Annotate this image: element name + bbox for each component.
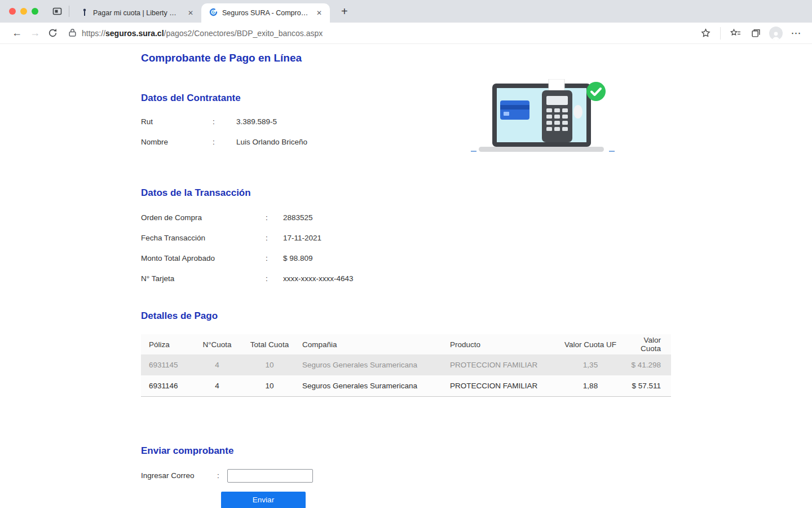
field-label: N° Tarjeta — [141, 274, 266, 283]
tab-close-icon[interactable]: ✕ — [186, 8, 196, 18]
liberty-favicon-icon — [81, 8, 89, 18]
column-header: Compañia — [298, 334, 445, 354]
back-icon[interactable]: ← — [8, 27, 26, 39]
table-cell: Seguros Generales Suramericana — [298, 354, 445, 375]
payment-success-illustration — [471, 79, 615, 157]
refresh-icon[interactable] — [44, 25, 61, 42]
table-header-row: Póliza N°Cuota Total Cuota Compañia Prod… — [141, 334, 671, 354]
transaction-row: Orden de Compra : 2883525 — [141, 213, 671, 222]
field-value: $ 98.809 — [283, 254, 313, 263]
transaction-heading: Datos de la Transacción — [141, 187, 671, 199]
url-domain: seguros.sura.cl — [105, 29, 164, 38]
field-value: 17-11-2021 — [283, 234, 321, 243]
table-cell: 4 — [193, 375, 241, 396]
colon-separator: : — [213, 138, 236, 147]
table-cell: Seguros Generales Suramericana — [298, 375, 445, 396]
transaction-row: Monto Total Aprobado : $ 98.809 — [141, 254, 671, 263]
table-cell: $ 41.298 — [624, 354, 671, 375]
address-bar[interactable]: https://seguros.sura.cl/pagos2/Conectore… — [69, 28, 716, 38]
tab-liberty[interactable]: Pagar mi cuota | Liberty Chile ✕ — [73, 3, 201, 23]
tab-close-icon[interactable]: ✕ — [314, 8, 324, 18]
colon-separator: : — [266, 213, 283, 222]
field-label: Nombre — [141, 138, 213, 147]
tab-sura[interactable]: Seguros SURA - Comprobante ✕ — [201, 3, 330, 23]
table-cell: $ 57.511 — [624, 375, 671, 396]
payment-details-table: Póliza N°Cuota Total Cuota Compañia Prod… — [141, 334, 671, 397]
tab-overview-icon[interactable] — [48, 3, 65, 20]
tab-divider — [69, 6, 69, 17]
collections-icon[interactable] — [745, 28, 766, 38]
colon-separator: : — [266, 274, 283, 283]
page-content: Comprobante de Pago en Línea — [0, 44, 812, 508]
column-header: Valor Cuota UF — [557, 334, 624, 354]
table-cell: 6931145 — [141, 354, 193, 375]
window-controls — [9, 8, 38, 15]
field-value: xxxx-xxxx-xxxx-4643 — [283, 274, 354, 283]
field-value: 3.389.589-5 — [236, 117, 277, 126]
sura-favicon-icon — [209, 8, 218, 18]
avatar-icon — [769, 27, 783, 40]
colon-separator: : — [213, 117, 236, 126]
transaction-row: N° Tarjeta : xxxx-xxxx-xxxx-4643 — [141, 274, 671, 283]
field-value: Luis Orlando Briceño — [236, 138, 307, 147]
zoom-window-button[interactable] — [32, 8, 38, 15]
minimize-window-button[interactable] — [20, 8, 27, 15]
email-row: Ingresar Correo : — [141, 469, 671, 483]
email-label: Ingresar Correo — [141, 471, 217, 480]
table-cell: PROTECCION FAMILIAR — [445, 375, 557, 396]
table-row: 6931146 4 10 Seguros Generales Surameric… — [141, 375, 671, 396]
colon-separator: : — [266, 234, 283, 243]
favorites-icon[interactable] — [725, 28, 745, 38]
profile-avatar[interactable] — [766, 27, 786, 40]
url-scheme: https:// — [82, 29, 105, 38]
table-cell: 6931146 — [141, 375, 193, 396]
toolbar-divider — [720, 27, 721, 40]
transaction-section: Orden de Compra : 2883525 Fecha Transacc… — [141, 213, 671, 283]
table-cell: 1,35 — [557, 354, 624, 375]
field-label: Monto Total Aprobado — [141, 254, 266, 263]
tab-title: Seguros SURA - Comprobante — [222, 9, 310, 17]
forward-icon[interactable]: → — [26, 27, 44, 39]
page-title: Comprobante de Pago en Línea — [141, 52, 671, 64]
table-cell: 10 — [241, 354, 298, 375]
payment-details-heading: Detalles de Pago — [141, 310, 671, 322]
close-window-button[interactable] — [9, 8, 16, 15]
tab-title: Pagar mi cuota | Liberty Chile — [93, 9, 181, 17]
table-cell: 10 — [241, 375, 298, 396]
send-button[interactable]: Enviar — [221, 492, 306, 508]
table-row: 6931145 4 10 Seguros Generales Surameric… — [141, 354, 671, 375]
navigation-bar: ← → https://seguros.sura.cl/pagos2/Conec… — [0, 23, 812, 44]
transaction-row: Fecha Transacción : 17-11-2021 — [141, 234, 671, 243]
add-favorite-icon[interactable] — [695, 28, 716, 38]
column-header: Producto — [445, 334, 557, 354]
tab-bar: Pagar mi cuota | Liberty Chile ✕ Seguros… — [0, 0, 812, 23]
table-cell: 4 — [193, 354, 241, 375]
url-path: /pagos2/Conectores/BDP_exito_bancos.aspx — [164, 29, 323, 38]
send-receipt-heading: Enviar comprobante — [141, 445, 671, 457]
column-header: N°Cuota — [193, 334, 241, 354]
field-value: 2883525 — [283, 213, 313, 222]
colon-separator: : — [266, 254, 283, 263]
field-label: Fecha Transacción — [141, 234, 266, 243]
table-cell: 1,88 — [557, 375, 624, 396]
field-label: Rut — [141, 117, 213, 126]
column-header: Póliza — [141, 334, 193, 354]
column-header: Valor Cuota — [624, 334, 671, 354]
lock-icon — [69, 28, 76, 38]
email-input[interactable] — [227, 469, 313, 483]
colon-separator: : — [217, 471, 227, 480]
table-cell: PROTECCION FAMILIAR — [445, 354, 557, 375]
settings-menu-icon[interactable]: ⋯ — [786, 27, 806, 40]
new-tab-button[interactable]: + — [337, 5, 352, 18]
url-text: https://seguros.sura.cl/pagos2/Conectore… — [82, 29, 323, 38]
field-label: Orden de Compra — [141, 213, 266, 222]
column-header: Total Cuota — [241, 334, 298, 354]
